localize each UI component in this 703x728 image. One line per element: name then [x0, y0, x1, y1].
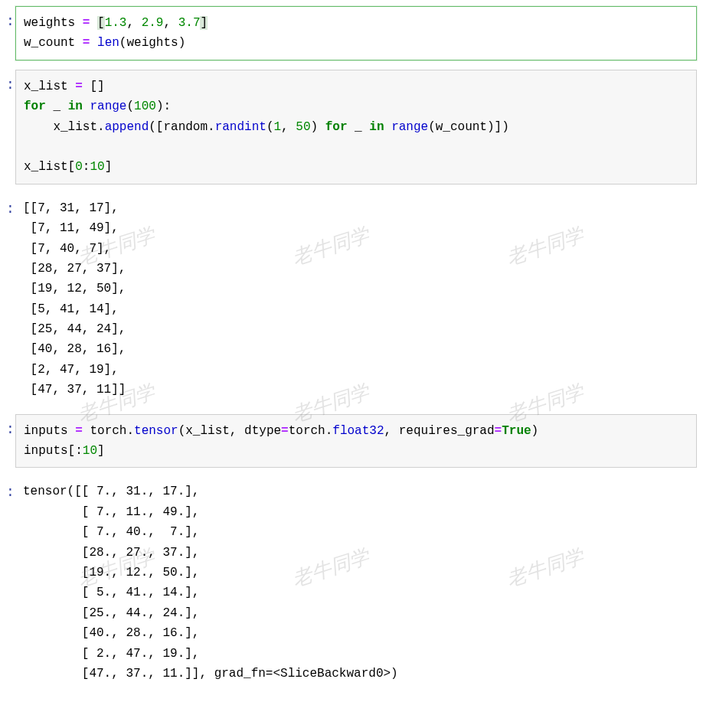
code-line: x_list = [] [24, 77, 688, 96]
code-line: inputs[:10] [24, 441, 688, 461]
cell-marker: : [6, 11, 15, 34]
code-input-area[interactable]: x_list = []for _ in range(100): x_list.a… [15, 70, 697, 184]
code-cell: :x_list = []for _ in range(100): x_list.… [6, 70, 697, 184]
cell-marker: : [6, 482, 15, 504]
output-cell: :[[7, 31, 17], [7, 11, 49], [7, 40, 7], … [6, 194, 697, 405]
output-cell: :tensor([[ 7., 31., 17.], [ 7., 11., 49.… [6, 477, 697, 688]
code-line: inputs = torch.tensor(x_list, dtype=torc… [24, 421, 688, 441]
code-line: for _ in range(100): [24, 96, 688, 116]
code-input-area[interactable]: inputs = torch.tensor(x_list, dtype=torc… [15, 414, 697, 468]
code-line: x_list.append([random.randint(1, 50) for… [24, 117, 688, 137]
cell-marker: : [6, 419, 15, 442]
output-text: tensor([[ 7., 31., 17.], [ 7., 11., 49.]… [15, 477, 697, 688]
cell-marker: : [6, 74, 15, 97]
code-input-area[interactable]: weights = [1.3, 2.9, 3.7]w_count = len(w… [15, 6, 697, 60]
code-line: weights = [1.3, 2.9, 3.7] [24, 13, 688, 33]
code-cell: :inputs = torch.tensor(x_list, dtype=tor… [6, 414, 697, 468]
code-line: x_list[0:10] [24, 157, 688, 177]
code-line [24, 137, 688, 157]
code-cell: :weights = [1.3, 2.9, 3.7]w_count = len(… [6, 6, 697, 60]
code-line: w_count = len(weights) [24, 33, 688, 53]
output-text: [[7, 31, 17], [7, 11, 49], [7, 40, 7], [… [15, 194, 697, 405]
cell-marker: : [6, 198, 15, 221]
